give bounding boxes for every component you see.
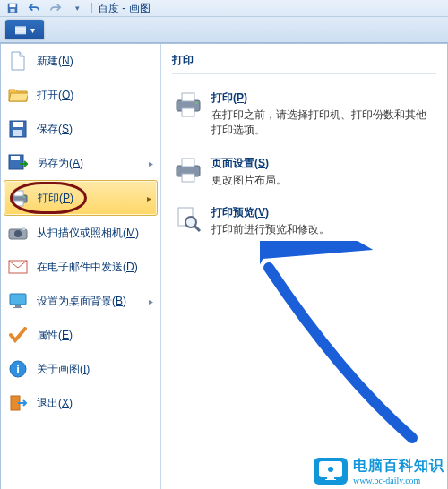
svg-rect-13 <box>14 191 23 196</box>
menu-set-wallpaper-label: 设置为桌面背景(B) <box>37 294 126 309</box>
svg-point-15 <box>23 196 25 198</box>
menu-about[interactable]: i 关于画图(I) <box>1 352 160 386</box>
svg-rect-31 <box>182 159 194 167</box>
menu-new-label: 新建(N) <box>37 54 73 69</box>
menu-save-label: 保存(S) <box>37 122 73 137</box>
svg-rect-32 <box>182 174 194 182</box>
menu-open[interactable]: 打开(O) <box>1 78 160 112</box>
chevron-right-icon: ▸ <box>147 193 151 203</box>
open-icon <box>8 85 28 105</box>
backstage-right-pane: 打印 打印(P) 在打印之前，请选择打印机、打印份数和其他打印选项。 页面设置(… <box>161 44 447 489</box>
file-tab[interactable]: ▾ <box>5 20 44 39</box>
svg-rect-38 <box>327 477 334 479</box>
redo-button[interactable] <box>47 2 65 14</box>
chevron-right-icon: ▸ <box>149 296 153 306</box>
camera-icon <box>8 223 28 243</box>
undo-button[interactable] <box>25 2 43 14</box>
backstage-left-column: 新建(N) 打开(O) 保存(S) 另存为(A) ▸ <box>1 44 161 489</box>
menu-print-label: 打印(P) <box>38 191 73 206</box>
submenu-page-setup-title: 页面设置(S) <box>211 156 287 171</box>
annotation-arrow <box>260 241 439 447</box>
watermark: 电脑百科知识 www.pc-daily.com <box>314 457 444 485</box>
menu-send-email[interactable]: 在电子邮件中发送(D) <box>1 250 160 284</box>
svg-rect-5 <box>15 30 26 31</box>
exit-icon <box>8 393 28 413</box>
svg-rect-2 <box>10 9 14 13</box>
svg-rect-20 <box>10 294 26 305</box>
svg-rect-9 <box>13 130 22 136</box>
menu-save-as-label: 另存为(A) <box>37 156 83 171</box>
submenu-print-preview[interactable]: 打印预览(V) 打印前进行预览和修改。 <box>172 198 436 248</box>
svg-rect-8 <box>13 122 23 127</box>
submenu-print-title: 打印(P) <box>211 90 435 106</box>
backstage-menu: 新建(N) 打开(O) 保存(S) 另存为(A) ▸ <box>0 43 448 489</box>
svg-rect-6 <box>15 32 26 34</box>
svg-rect-22 <box>13 307 22 308</box>
menu-properties-label: 属性(E) <box>37 328 73 343</box>
svg-rect-14 <box>14 201 23 206</box>
svg-rect-11 <box>11 156 20 160</box>
submenu-print-preview-desc: 打印前进行预览和修改。 <box>211 222 330 237</box>
qat-dropdown[interactable]: ▾ <box>68 2 86 14</box>
menu-save[interactable]: 保存(S) <box>1 112 160 146</box>
submenu-print[interactable]: 打印(P) 在打印之前，请选择打印机、打印份数和其他打印选项。 <box>172 83 436 149</box>
svg-rect-18 <box>22 227 25 230</box>
watermark-url: www.pc-daily.com <box>353 476 444 485</box>
save-quick-button[interactable] <box>4 2 22 14</box>
file-tab-icon <box>14 24 27 35</box>
submenu-print-desc: 在打印之前，请选择打印机、打印份数和其他打印选项。 <box>211 107 435 138</box>
svg-text:i: i <box>16 363 20 376</box>
watermark-title: 电脑百科知识 <box>353 457 444 476</box>
svg-point-29 <box>195 102 197 104</box>
submenu-page-setup-desc: 更改图片布局。 <box>211 173 287 188</box>
menu-properties[interactable]: 属性(E) <box>1 318 160 352</box>
svg-rect-1 <box>10 4 16 8</box>
monitor-icon <box>8 291 28 311</box>
check-icon <box>8 325 28 345</box>
menu-send-email-label: 在电子邮件中发送(D) <box>37 260 138 275</box>
ribbon-bar: ▾ <box>0 17 448 43</box>
menu-open-label: 打开(O) <box>37 88 73 103</box>
new-icon <box>8 51 28 71</box>
menu-set-wallpaper[interactable]: 设置为桌面背景(B) ▸ <box>1 284 160 318</box>
svg-rect-39 <box>325 479 336 480</box>
submenu-page-setup[interactable]: 页面设置(S) 更改图片布局。 <box>172 149 436 199</box>
menu-about-label: 关于画图(I) <box>37 362 90 377</box>
menu-save-as[interactable]: 另存为(A) ▸ <box>1 146 160 180</box>
printer-large-icon <box>174 90 202 119</box>
title-bar: ▾ 百度 - 画图 <box>0 0 448 17</box>
submenu-print-preview-title: 打印预览(V) <box>211 205 330 220</box>
info-icon: i <box>8 359 28 379</box>
svg-rect-4 <box>15 27 26 29</box>
save-icon <box>8 119 28 139</box>
chevron-right-icon: ▸ <box>149 159 153 168</box>
svg-point-17 <box>14 230 22 237</box>
printer-gear-icon <box>174 156 202 184</box>
svg-point-37 <box>328 467 333 472</box>
menu-from-scanner[interactable]: 从扫描仪或照相机(M) <box>1 216 160 250</box>
svg-rect-28 <box>182 108 194 116</box>
watermark-badge-icon <box>314 458 348 485</box>
email-icon <box>8 257 28 277</box>
menu-exit-label: 退出(X) <box>37 396 73 411</box>
window-title: 百度 - 画图 <box>98 1 151 16</box>
chevron-down-icon: ▾ <box>30 25 35 35</box>
svg-rect-27 <box>182 93 194 101</box>
quick-access-toolbar: ▾ <box>4 2 86 14</box>
right-pane-heading: 打印 <box>172 53 436 74</box>
menu-print[interactable]: 打印(P) ▸ <box>4 180 158 216</box>
menu-new[interactable]: 新建(N) <box>1 44 160 78</box>
save-as-icon <box>8 153 28 173</box>
menu-from-scanner-label: 从扫描仪或照相机(M) <box>37 226 139 241</box>
menu-exit[interactable]: 退出(X) <box>1 386 160 420</box>
magnifier-icon <box>174 205 202 234</box>
print-icon <box>9 188 29 208</box>
svg-rect-21 <box>15 305 21 307</box>
